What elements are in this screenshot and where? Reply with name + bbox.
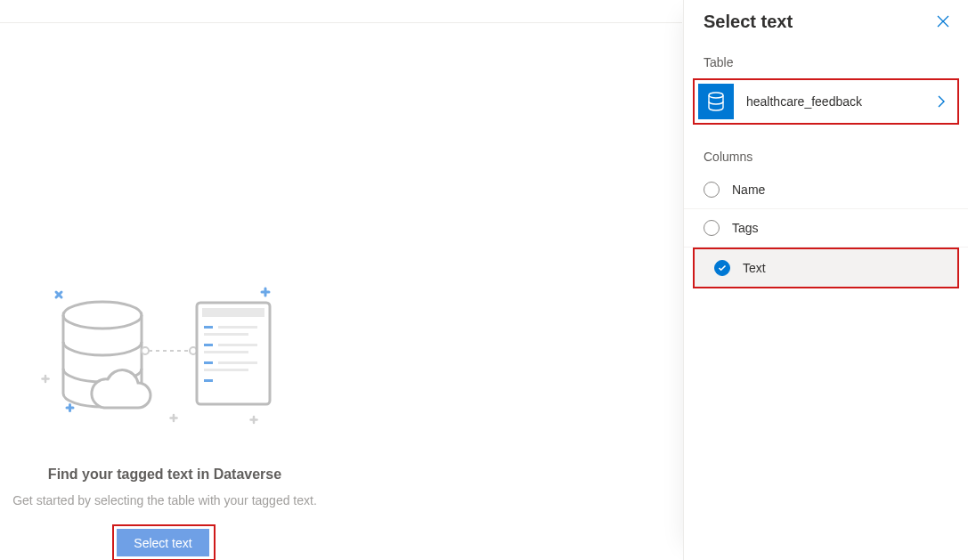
highlight-annotation-table: healthcare_feedback xyxy=(693,78,959,125)
dataverse-illustration xyxy=(40,283,281,426)
svg-point-15 xyxy=(709,93,723,98)
main-content: Find your tagged text in Dataverse Get s… xyxy=(0,0,682,560)
column-label: Tags xyxy=(732,221,759,235)
radio-selected-icon xyxy=(714,260,730,276)
empty-state-title: Find your tagged text in Dataverse xyxy=(0,467,329,483)
column-option-tags[interactable]: Tags xyxy=(684,209,968,248)
svg-rect-4 xyxy=(202,308,264,317)
table-name: healthcare_feedback xyxy=(734,94,929,109)
table-section-label: Table xyxy=(684,43,968,78)
select-text-button[interactable]: Select text xyxy=(117,529,209,556)
radio-icon xyxy=(704,182,720,198)
svg-rect-13 xyxy=(204,369,248,371)
column-label: Name xyxy=(732,183,765,197)
radio-icon xyxy=(704,220,720,236)
column-label: Text xyxy=(743,261,766,275)
select-text-button-label: Select text xyxy=(134,536,191,550)
svg-rect-11 xyxy=(204,361,213,364)
svg-point-1 xyxy=(142,347,149,354)
close-button[interactable] xyxy=(929,7,957,36)
columns-section-label: Columns xyxy=(684,125,968,171)
panel-header: Select text xyxy=(684,0,968,43)
svg-rect-9 xyxy=(218,344,257,346)
column-option-text[interactable]: Text xyxy=(695,249,957,287)
table-selector[interactable]: healthcare_feedback xyxy=(698,84,954,119)
chevron-right-icon xyxy=(929,95,954,108)
svg-point-0 xyxy=(63,302,142,329)
panel-title: Select text xyxy=(704,12,793,32)
svg-rect-7 xyxy=(204,333,248,336)
svg-rect-5 xyxy=(204,326,213,329)
select-text-panel: Select text Table healthcar xyxy=(683,0,968,560)
svg-rect-12 xyxy=(218,361,257,364)
svg-rect-6 xyxy=(218,326,257,329)
svg-rect-14 xyxy=(204,379,213,382)
empty-state-subtitle: Get started by selecting the table with … xyxy=(0,493,329,507)
svg-rect-10 xyxy=(204,351,248,353)
close-icon xyxy=(937,15,949,28)
divider xyxy=(0,22,682,23)
column-option-name[interactable]: Name xyxy=(684,171,968,209)
highlight-annotation-column: Text xyxy=(693,248,959,288)
svg-rect-8 xyxy=(204,344,213,346)
database-icon xyxy=(698,84,734,119)
